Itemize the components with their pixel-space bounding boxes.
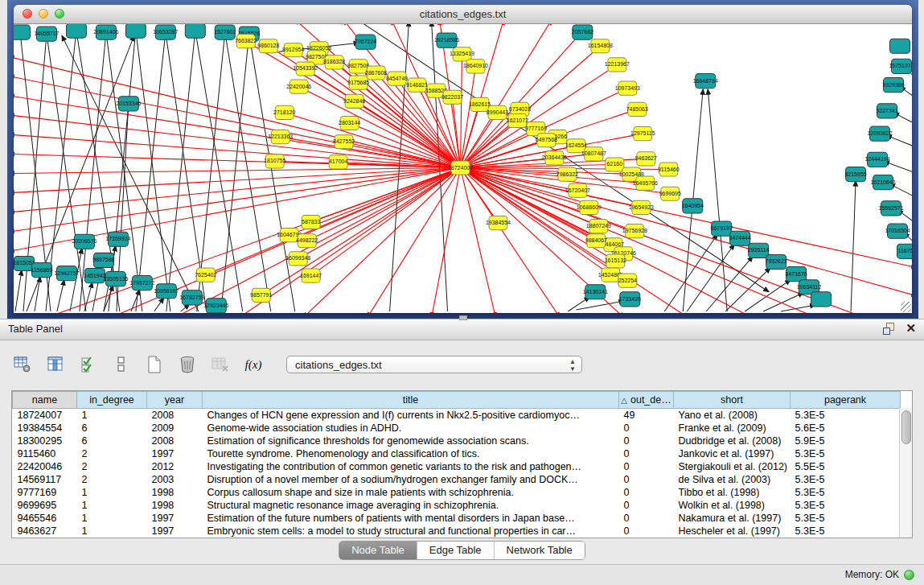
graph-node[interactable]: 22420046 <box>286 80 311 93</box>
new-table-button[interactable] <box>143 353 166 376</box>
table-cell[interactable]: Hescheler et al. (1997) <box>674 525 791 538</box>
graph-node[interactable]: 20206576 <box>72 234 97 249</box>
graph-node[interactable]: 9822037 <box>441 90 463 104</box>
table-cell[interactable]: 2009 <box>147 422 203 435</box>
graph-node[interactable]: 62160 <box>606 158 624 171</box>
graph-node[interactable]: 15751074 <box>889 59 912 73</box>
tab-node-table[interactable]: Node Table <box>339 542 417 559</box>
graph-node[interactable]: 6679197 <box>711 221 733 236</box>
graph-node[interactable]: 8990443 <box>487 105 508 119</box>
graph-node[interactable]: 10973493 <box>615 81 640 95</box>
table-cell[interactable]: 5.3E-5 <box>791 486 901 499</box>
graph-node[interactable]: 1156869 <box>31 262 53 277</box>
table-cell[interactable]: Tourette syndrome. Phenomenology and cla… <box>203 447 619 460</box>
column-header-in_degree[interactable]: in_degree <box>77 392 147 409</box>
table-cell[interactable]: Investigating the contribution of common… <box>203 460 619 473</box>
graph-node[interactable]: 9860128 <box>257 39 279 53</box>
graph-node[interactable] <box>890 39 910 53</box>
table-selector-combo[interactable]: citations_edges.txt ▲▼ <box>286 356 582 373</box>
window-titlebar[interactable]: citations_edges.txt <box>14 5 912 24</box>
graph-node[interactable]: 10543392 <box>293 62 318 76</box>
graph-node[interactable]: 10958167 <box>154 284 179 299</box>
table-cell[interactable]: 1997 <box>147 525 203 538</box>
table-cell[interactable]: Genome-wide association studies in ADHD. <box>203 422 619 435</box>
graph-node[interactable]: 16210643 <box>870 175 895 190</box>
graph-node[interactable]: 7485063 <box>626 102 648 116</box>
graph-node[interactable]: 17957272 <box>129 276 154 290</box>
table-cell[interactable]: Wolkin et al. (1998) <box>674 499 791 512</box>
table-cell[interactable]: Estimation of the future numbers of pati… <box>203 512 619 525</box>
graph-node[interactable]: 8471676 <box>786 267 807 282</box>
graph-node[interactable]: 9329366 <box>882 78 904 93</box>
graph-node[interactable]: 417004 <box>329 155 347 169</box>
network-window[interactable]: citations_edges.txt 14055717208914061065… <box>14 5 912 313</box>
graph-node[interactable]: 18724007 <box>448 161 473 175</box>
graph-node[interactable]: 13505135 <box>103 272 128 286</box>
graph-node[interactable]: 9857791 <box>250 288 272 302</box>
table-cell[interactable]: 0 <box>619 486 674 499</box>
table-row[interactable]: 977716911998Corpus callosum shape and si… <box>13 486 901 499</box>
table-cell[interactable]: 5.3E-5 <box>791 499 901 512</box>
table-row[interactable]: 2242004622012Investigating the contribut… <box>13 460 901 473</box>
graph-node[interactable] <box>811 292 832 307</box>
table-cell[interactable]: 5.5E-5 <box>791 460 901 473</box>
graph-node[interactable]: 19654923 <box>629 200 654 214</box>
float-window-icon[interactable] <box>883 323 894 334</box>
graph-node[interactable]: 12923446 <box>203 299 228 313</box>
graph-node[interactable] <box>66 24 86 38</box>
table-cell[interactable]: 1 <box>77 486 147 499</box>
table-cell[interactable]: Franke et al. (2009) <box>674 422 791 435</box>
table-cell[interactable]: 0 <box>619 473 674 486</box>
graph-node[interactable]: 10653287 <box>153 25 178 39</box>
column-header-short[interactable]: short <box>674 392 791 409</box>
table-settings-button[interactable] <box>11 353 34 376</box>
graph-node[interactable] <box>125 24 146 38</box>
graph-node[interactable]: 9463627 <box>635 152 657 166</box>
graph-node[interactable]: 9115460 <box>658 163 680 176</box>
graph-node[interactable]: 6497568 <box>536 134 557 147</box>
graph-node[interactable]: 10807487 <box>581 147 606 161</box>
graph-node[interactable] <box>185 24 205 38</box>
row-height-button[interactable] <box>110 353 133 376</box>
graph-node[interactable]: 18640910 <box>463 60 488 73</box>
table-cell[interactable]: 2012 <box>147 460 203 473</box>
graph-node[interactable]: 12975115 <box>630 127 655 141</box>
table-row[interactable]: 1456911722003Disruption of a novel membe… <box>13 473 901 486</box>
column-header-out_de[interactable]: △out_de… <box>619 392 674 409</box>
table-cell[interactable]: Tibbo et al. (1998) <box>674 486 791 499</box>
table-row[interactable]: 946554611997Estimation of the future num… <box>13 512 901 525</box>
tab-edge-table[interactable]: Edge Table <box>417 542 495 559</box>
graph-node[interactable]: 9227343 <box>876 104 897 118</box>
graph-node[interactable]: 20364436 <box>542 151 567 165</box>
graph-node[interactable]: 16099348 <box>285 252 310 266</box>
graph-node[interactable]: 9699695 <box>659 187 681 200</box>
table-cell[interactable]: 2008 <box>147 409 203 422</box>
graph-node[interactable]: 1615132 <box>605 254 626 268</box>
graph-node[interactable]: 7957224 <box>355 35 376 49</box>
table-cell[interactable]: 1 <box>77 499 147 512</box>
column-header-year[interactable]: year <box>147 392 203 409</box>
column-visibility-button[interactable] <box>44 353 67 376</box>
table-cell[interactable]: Yano et al. (2008) <box>674 409 791 422</box>
table-cell[interactable]: 14569117 <box>13 473 77 486</box>
graph-node[interactable]: 20153346 <box>116 97 141 111</box>
table-cell[interactable]: 9777169 <box>13 486 77 499</box>
table-cell[interactable]: 0 <box>619 512 674 525</box>
table-scrollbar[interactable] <box>899 408 912 538</box>
table-cell[interactable]: 22420046 <box>13 460 77 473</box>
table-cell[interactable]: 0 <box>619 435 674 447</box>
table-row[interactable]: 1872400712008Changes of HCN gene express… <box>13 409 901 422</box>
select-columns-button[interactable] <box>77 353 100 376</box>
table-cell[interactable]: 1 <box>77 409 147 422</box>
table-cell[interactable]: 6 <box>77 435 147 447</box>
graph-node[interactable]: 14055717 <box>34 27 59 41</box>
graph-node[interactable] <box>14 25 30 39</box>
table-row[interactable]: 969969511998Structural magnetic resonanc… <box>13 499 901 512</box>
graph-node[interactable]: 1691447 <box>300 269 322 282</box>
table-cell[interactable]: Nakamura et al. (1997) <box>674 512 791 525</box>
column-header-title[interactable]: title <box>203 392 619 409</box>
close-icon[interactable]: ✕ <box>906 322 916 334</box>
table-cell[interactable]: Dudbridge et al. (2008) <box>674 435 791 447</box>
table-cell[interactable]: 1998 <box>147 499 203 512</box>
table-cell[interactable]: 0 <box>619 422 674 435</box>
